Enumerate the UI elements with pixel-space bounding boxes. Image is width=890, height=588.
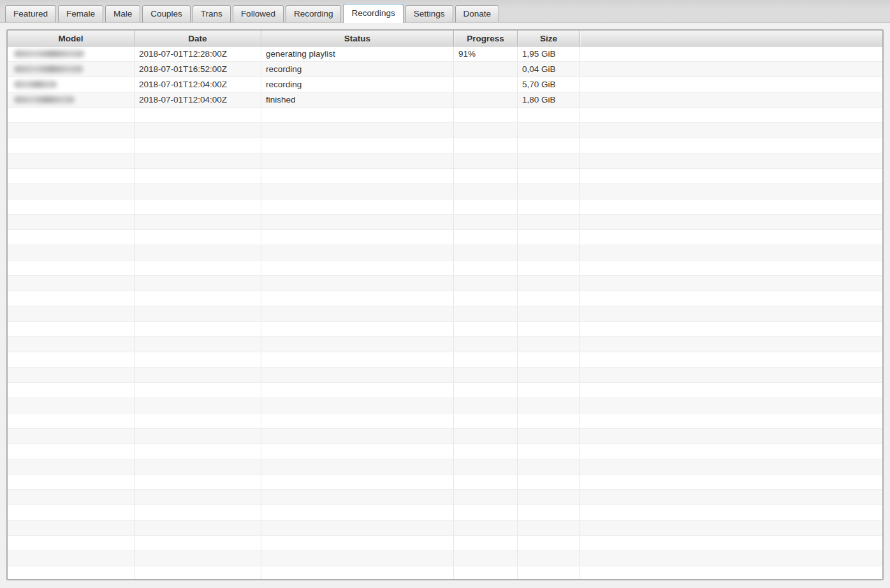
table-row[interactable]: 2018-07-01T12:04:00Z finished 1,80 GiB: [8, 92, 882, 108]
empty-table-row[interactable]: [8, 199, 882, 215]
empty-cell: [454, 184, 518, 199]
empty-table-row[interactable]: [8, 505, 882, 520]
tab-recording[interactable]: Recording: [286, 5, 342, 22]
empty-table-row[interactable]: [8, 475, 882, 490]
model-name-blurred: [14, 96, 75, 103]
empty-cell: [135, 261, 261, 275]
tab-trans[interactable]: Trans: [193, 5, 231, 22]
column-header-progress[interactable]: Progress: [454, 31, 518, 46]
empty-table-row[interactable]: [8, 398, 882, 413]
empty-cell: [580, 123, 882, 138]
empty-cell: [261, 413, 454, 428]
empty-cell: [261, 566, 454, 579]
filler-cell: [580, 77, 882, 92]
empty-cell: [8, 444, 135, 459]
tab-couples[interactable]: Couples: [142, 5, 191, 22]
empty-cell: [261, 261, 454, 275]
empty-table-row[interactable]: [8, 261, 882, 276]
empty-cell: [261, 291, 454, 306]
empty-table-row[interactable]: [8, 138, 882, 154]
empty-table-row[interactable]: [8, 276, 882, 291]
date-cell: 2018-07-01T12:04:00Z: [135, 92, 261, 107]
model-cell: [8, 92, 135, 107]
model-cell: [8, 77, 135, 92]
empty-table-row[interactable]: [8, 413, 882, 429]
empty-cell: [135, 123, 261, 138]
empty-table-row[interactable]: [8, 337, 882, 352]
tab-settings[interactable]: Settings: [405, 5, 453, 22]
empty-table-row[interactable]: [8, 245, 882, 261]
empty-table-row[interactable]: [8, 184, 882, 199]
empty-table-row[interactable]: [8, 444, 882, 459]
column-header-date[interactable]: Date: [135, 31, 261, 46]
empty-cell: [454, 123, 518, 138]
empty-cell: [518, 245, 580, 260]
empty-cell: [8, 536, 135, 550]
column-header-status[interactable]: Status: [261, 31, 454, 46]
empty-cell: [518, 337, 580, 352]
empty-cell: [518, 261, 580, 275]
empty-cell: [261, 322, 454, 336]
empty-table-row[interactable]: [8, 123, 882, 138]
empty-cell: [518, 383, 580, 398]
table-row[interactable]: 2018-07-01T12:28:00Z generating playlist…: [8, 47, 882, 62]
empty-table-row[interactable]: [8, 352, 882, 368]
empty-cell: [454, 337, 518, 352]
table-row[interactable]: 2018-07-01T12:04:00Z recording 5,70 GiB: [8, 77, 882, 92]
empty-table-row[interactable]: [8, 429, 882, 444]
empty-table-row[interactable]: [8, 536, 882, 551]
empty-cell: [454, 230, 518, 245]
tab-donate[interactable]: Donate: [455, 5, 500, 22]
empty-table-row[interactable]: [8, 169, 882, 184]
empty-cell: [518, 169, 580, 183]
tab-recordings[interactable]: Recordings: [343, 4, 403, 23]
empty-table-row[interactable]: [8, 230, 882, 245]
empty-table-row[interactable]: [8, 154, 882, 169]
column-header-size[interactable]: Size: [518, 31, 580, 46]
empty-cell: [580, 551, 882, 566]
empty-table-row[interactable]: [8, 520, 882, 536]
empty-cell: [580, 505, 882, 520]
empty-table-row[interactable]: [8, 490, 882, 505]
empty-cell: [518, 490, 580, 505]
size-cell: 5,70 GiB: [518, 77, 580, 92]
empty-table-row[interactable]: [8, 368, 882, 383]
column-header-model[interactable]: Model: [8, 31, 135, 46]
empty-cell: [8, 490, 135, 505]
model-name-blurred: [14, 50, 84, 57]
empty-table-row[interactable]: [8, 383, 882, 398]
progress-cell: [454, 77, 518, 92]
empty-cell: [454, 536, 518, 550]
empty-cell: [580, 520, 882, 535]
status-cell: recording: [261, 62, 454, 76]
empty-cell: [580, 536, 882, 550]
empty-cell: [135, 444, 261, 459]
empty-table-row[interactable]: [8, 566, 882, 579]
tab-male[interactable]: Male: [105, 5, 140, 22]
empty-cell: [8, 398, 135, 413]
empty-cell: [261, 505, 454, 520]
empty-cell: [135, 383, 261, 398]
empty-cell: [518, 154, 580, 168]
empty-cell: [454, 429, 518, 443]
empty-table-row[interactable]: [8, 306, 882, 322]
empty-cell: [454, 261, 518, 275]
tab-female[interactable]: Female: [58, 5, 103, 22]
empty-cell: [8, 123, 135, 138]
empty-table-row[interactable]: [8, 108, 882, 123]
empty-cell: [454, 520, 518, 535]
empty-table-row[interactable]: [8, 291, 882, 306]
empty-table-row[interactable]: [8, 215, 882, 230]
size-cell: 1,95 GiB: [518, 47, 580, 61]
table-row[interactable]: 2018-07-01T16:52:00Z recording 0,04 GiB: [8, 62, 882, 77]
empty-cell: [454, 276, 518, 290]
tab-featured[interactable]: Featured: [5, 5, 56, 22]
empty-table-row[interactable]: [8, 322, 882, 337]
tab-followed[interactable]: Followed: [233, 5, 284, 22]
empty-cell: [518, 123, 580, 138]
size-cell: 0,04 GiB: [518, 62, 580, 76]
empty-cell: [8, 108, 135, 122]
empty-table-row[interactable]: [8, 459, 882, 475]
empty-cell: [135, 199, 261, 214]
empty-table-row[interactable]: [8, 551, 882, 566]
